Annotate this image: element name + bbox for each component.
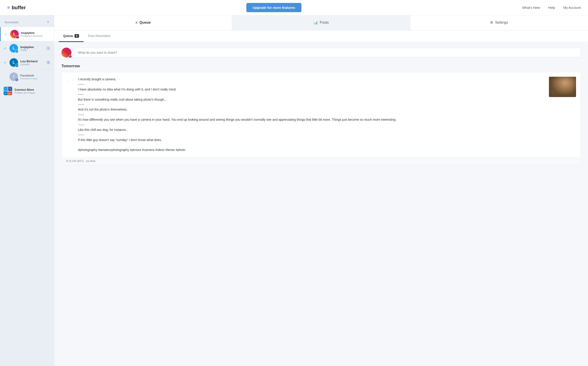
post-card: ⋮⋮ I recently bought a camera. ------ I … (62, 72, 581, 165)
buffer-logo-icon: ≡ (7, 5, 10, 10)
account-name-li: Lou Bichard (20, 60, 46, 63)
account-name-fb: Facebook (20, 74, 50, 77)
queue-tab-label: Queue (139, 21, 151, 25)
settings-tab-label: Settings (495, 21, 508, 25)
account-name-ig: loujaybee (21, 31, 50, 35)
logo-text: buffer (12, 5, 26, 11)
instagram-badge: 📷 (15, 35, 19, 39)
connect-more-info: Connect More Profiles and Pages (15, 88, 50, 94)
whats-new-link[interactable]: What's New (522, 6, 540, 9)
account-info-li: Lou Bichard LinkedIn (20, 60, 46, 66)
compose-avatar-ig-badge: 📷 (69, 55, 72, 58)
tab-settings[interactable]: ⚙ Settings (410, 15, 588, 30)
sidebar-item-facebook[interactable]: ✓ f f Facebook Connect it now! (0, 70, 54, 84)
post-card-header: ⋮⋮ I recently bought a camera. ------ I … (62, 72, 580, 157)
connect-more-icons: 🐦 f in g+ (4, 87, 12, 95)
sub-tab-queue-label: Queue (63, 34, 73, 38)
account-type-tw: Twitter (20, 49, 46, 52)
avatar-wrap-ig: L 📷 (10, 30, 19, 38)
zero-badge-li: 0 (46, 61, 50, 65)
connect-more-linkedin-icon: in (4, 92, 8, 95)
account-info-ig: loujaybee Instagram Business (21, 31, 50, 37)
post-text: I recently bought a camera. ------ I hav… (78, 77, 546, 152)
tabs-row: ≡ Queue 📊 Posts ⚙ Settings (54, 15, 588, 30)
sidebar-header: Accounts + (0, 15, 54, 27)
post-image (549, 77, 576, 97)
posts-tab-icon: 📊 (313, 20, 318, 25)
check-icon-tw: ✓ (4, 46, 8, 51)
sidebar-item-loujaybee-tw[interactable]: ✓ L 🐦 loujaybee Twitter i (0, 41, 54, 55)
add-account-button[interactable]: + (47, 20, 49, 24)
logo[interactable]: ≡ buffer (7, 5, 26, 11)
posts-tab-label: Posts (320, 21, 329, 25)
connect-more-facebook-icon: f (8, 87, 12, 91)
post-footer: 8:15 AM (BST) via Web (62, 157, 580, 165)
tab-posts[interactable]: 📊 Posts (232, 15, 410, 30)
check-icon-fb: ✓ (4, 75, 8, 79)
account-info-fb: Facebook Connect it now! (20, 74, 50, 80)
app-body: Accounts + ✓ L 📷 loujaybee Instagram Bus… (0, 15, 588, 366)
connect-more-item[interactable]: 🐦 f in g+ Connect More Profiles and Page… (0, 84, 54, 98)
connect-more-google-icon: g+ (8, 92, 12, 95)
account-name-tw: loujaybee (20, 45, 46, 49)
help-link[interactable]: Help (548, 6, 555, 9)
connect-more-label: Connect More (15, 88, 50, 92)
linkedin-badge: in (15, 64, 18, 67)
section-heading: Tomorrow (62, 64, 581, 68)
compose-bar: 📷 (62, 48, 581, 58)
my-account-link[interactable]: My Account (563, 6, 581, 9)
check-icon-li: ✓ (4, 61, 8, 65)
account-type-li: LinkedIn (20, 63, 46, 66)
sub-tab-queue[interactable]: Queue 6 (59, 30, 84, 42)
content-area: 📷 Tomorrow ⋮⋮ I recently bought a camera… (54, 42, 588, 366)
sidebar: Accounts + ✓ L 📷 loujaybee Instagram Bus… (0, 15, 54, 366)
sidebar-item-lou-li[interactable]: ✓ L in Lou Bichard LinkedIn 0 (0, 55, 54, 70)
app-header: ≡ buffer Upgrade for more features What'… (0, 0, 588, 15)
tab-queue[interactable]: ≡ Queue (54, 15, 232, 30)
account-type-fb: Connect it now! (20, 77, 50, 80)
account-type-ig: Instagram Business (21, 35, 50, 37)
queue-tab-icon: ≡ (135, 21, 138, 25)
check-icon-ig: ✓ (4, 32, 8, 36)
post-body: I recently bought a camera. ------ I hav… (78, 77, 546, 152)
header-nav: What's New Help My Account (522, 6, 581, 9)
connect-more-twitter-icon: 🐦 (4, 87, 8, 91)
account-info-tw: loujaybee Twitter (20, 45, 46, 52)
twitter-badge: 🐦 (15, 49, 18, 53)
sidebar-item-loujaybee-ig[interactable]: ✓ L 📷 loujaybee Instagram Business (0, 27, 54, 41)
sub-tabs-row: Queue 6 Past Reminders (54, 30, 588, 42)
avatar-wrap-fb: f f (9, 72, 18, 81)
avatar-wrap-li: L in (9, 58, 18, 67)
header-center: Upgrade for more features (26, 3, 522, 12)
drag-handle-icon[interactable]: ⋮⋮ (66, 78, 75, 83)
info-badge-tw: i (46, 46, 50, 50)
avatar-wrap-tw: L 🐦 (9, 44, 18, 53)
facebook-badge: f (15, 78, 18, 82)
connect-more-sublabel: Profiles and Pages (15, 92, 50, 94)
main-content: ≡ Queue 📊 Posts ⚙ Settings Queue 6 Past … (54, 15, 588, 366)
sub-tab-past-reminders[interactable]: Past Reminders (84, 30, 115, 42)
post-via: via Web (86, 160, 95, 163)
compose-input[interactable] (74, 48, 581, 57)
settings-tab-icon: ⚙ (490, 20, 493, 25)
post-time: 8:15 AM (BST) (66, 160, 84, 163)
upgrade-button[interactable]: Upgrade for more features (246, 3, 302, 12)
queue-count-badge: 6 (75, 34, 79, 38)
sub-tab-past-reminders-label: Past Reminders (88, 34, 111, 38)
accounts-title: Accounts (5, 21, 18, 24)
compose-avatar: 📷 (62, 48, 71, 58)
